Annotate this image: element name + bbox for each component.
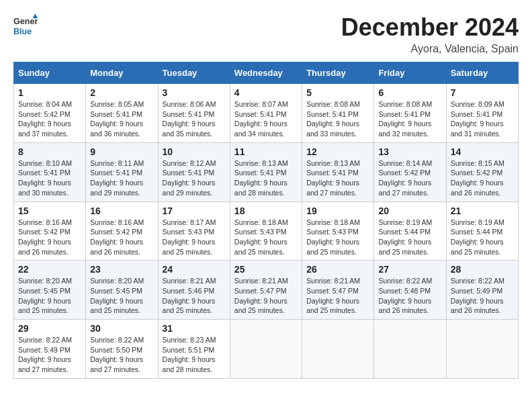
day-number: 20 bbox=[378, 205, 441, 216]
logo: General Blue bbox=[13, 13, 38, 38]
title-area: December 2024 Ayora, Valencia, Spain bbox=[341, 13, 519, 55]
day-info: Sunrise: 8:19 AM Sunset: 5:44 PM Dayligh… bbox=[378, 218, 441, 257]
day-number: 23 bbox=[90, 264, 153, 275]
table-row: 4 Sunrise: 8:07 AM Sunset: 5:41 PM Dayli… bbox=[230, 84, 302, 143]
day-number: 26 bbox=[306, 264, 369, 275]
day-number: 22 bbox=[18, 264, 81, 275]
svg-text:Blue: Blue bbox=[13, 27, 32, 36]
table-row bbox=[374, 320, 446, 379]
table-row bbox=[302, 320, 374, 379]
table-row: 10 Sunrise: 8:12 AM Sunset: 5:41 PM Dayl… bbox=[158, 142, 230, 201]
table-row: 19 Sunrise: 8:18 AM Sunset: 5:43 PM Dayl… bbox=[302, 201, 374, 261]
logo-icon: General Blue bbox=[13, 13, 38, 38]
day-number: 19 bbox=[306, 205, 369, 216]
header-monday: Monday bbox=[86, 62, 158, 84]
table-row: 3 Sunrise: 8:06 AM Sunset: 5:41 PM Dayli… bbox=[158, 84, 230, 143]
day-info: Sunrise: 8:23 AM Sunset: 5:51 PM Dayligh… bbox=[163, 335, 226, 375]
day-number: 28 bbox=[451, 264, 514, 275]
day-info: Sunrise: 8:18 AM Sunset: 5:43 PM Dayligh… bbox=[234, 218, 298, 257]
day-info: Sunrise: 8:22 AM Sunset: 5:49 PM Dayligh… bbox=[18, 335, 81, 375]
day-number: 18 bbox=[234, 205, 298, 216]
day-number: 4 bbox=[234, 87, 298, 98]
day-number: 5 bbox=[306, 87, 369, 98]
month-title: December 2024 bbox=[341, 13, 519, 42]
day-info: Sunrise: 8:16 AM Sunset: 5:42 PM Dayligh… bbox=[90, 218, 153, 257]
table-row: 30 Sunrise: 8:22 AM Sunset: 5:50 PM Dayl… bbox=[86, 320, 158, 379]
svg-text:General: General bbox=[13, 17, 38, 26]
table-row: 8 Sunrise: 8:10 AM Sunset: 5:41 PM Dayli… bbox=[14, 142, 86, 201]
table-row: 25 Sunrise: 8:21 AM Sunset: 5:47 PM Dayl… bbox=[230, 261, 302, 320]
table-row: 15 Sunrise: 8:16 AM Sunset: 5:42 PM Dayl… bbox=[14, 201, 86, 261]
day-info: Sunrise: 8:14 AM Sunset: 5:42 PM Dayligh… bbox=[378, 158, 441, 198]
day-info: Sunrise: 8:15 AM Sunset: 5:42 PM Dayligh… bbox=[451, 158, 514, 198]
day-number: 9 bbox=[90, 146, 153, 157]
page-header: General Blue December 2024 Ayora, Valenc… bbox=[13, 13, 519, 55]
location-title: Ayora, Valencia, Spain bbox=[341, 43, 519, 55]
day-info: Sunrise: 8:08 AM Sunset: 5:41 PM Dayligh… bbox=[306, 99, 369, 139]
day-info: Sunrise: 8:09 AM Sunset: 5:41 PM Dayligh… bbox=[451, 99, 514, 139]
table-row: 18 Sunrise: 8:18 AM Sunset: 5:43 PM Dayl… bbox=[230, 201, 302, 261]
day-number: 2 bbox=[90, 87, 153, 98]
header-wednesday: Wednesday bbox=[230, 62, 302, 84]
day-number: 7 bbox=[451, 87, 514, 98]
calendar-row: 15 Sunrise: 8:16 AM Sunset: 5:42 PM Dayl… bbox=[14, 201, 519, 261]
day-number: 30 bbox=[90, 323, 153, 334]
day-info: Sunrise: 8:18 AM Sunset: 5:43 PM Dayligh… bbox=[306, 218, 369, 257]
svg-marker-2 bbox=[33, 13, 38, 18]
calendar-row: 1 Sunrise: 8:04 AM Sunset: 5:42 PM Dayli… bbox=[14, 84, 519, 143]
table-row bbox=[230, 320, 302, 379]
day-info: Sunrise: 8:05 AM Sunset: 5:41 PM Dayligh… bbox=[90, 99, 153, 139]
table-row: 7 Sunrise: 8:09 AM Sunset: 5:41 PM Dayli… bbox=[446, 84, 518, 143]
day-info: Sunrise: 8:08 AM Sunset: 5:41 PM Dayligh… bbox=[378, 99, 441, 139]
calendar-row: 22 Sunrise: 8:20 AM Sunset: 5:45 PM Dayl… bbox=[14, 261, 519, 320]
table-row: 23 Sunrise: 8:20 AM Sunset: 5:45 PM Dayl… bbox=[86, 261, 158, 320]
day-info: Sunrise: 8:13 AM Sunset: 5:41 PM Dayligh… bbox=[306, 158, 369, 198]
day-number: 8 bbox=[18, 146, 81, 157]
day-info: Sunrise: 8:13 AM Sunset: 5:41 PM Dayligh… bbox=[234, 158, 298, 198]
day-number: 21 bbox=[451, 205, 514, 216]
table-row: 14 Sunrise: 8:15 AM Sunset: 5:42 PM Dayl… bbox=[446, 142, 518, 201]
header-tuesday: Tuesday bbox=[158, 62, 230, 84]
header-sunday: Sunday bbox=[14, 62, 86, 84]
day-info: Sunrise: 8:07 AM Sunset: 5:41 PM Dayligh… bbox=[234, 99, 298, 139]
calendar-row: 8 Sunrise: 8:10 AM Sunset: 5:41 PM Dayli… bbox=[14, 142, 519, 201]
day-info: Sunrise: 8:22 AM Sunset: 5:50 PM Dayligh… bbox=[90, 335, 153, 375]
day-number: 29 bbox=[18, 323, 81, 334]
table-row: 26 Sunrise: 8:21 AM Sunset: 5:47 PM Dayl… bbox=[302, 261, 374, 320]
table-row: 6 Sunrise: 8:08 AM Sunset: 5:41 PM Dayli… bbox=[374, 84, 446, 143]
table-row: 29 Sunrise: 8:22 AM Sunset: 5:49 PM Dayl… bbox=[14, 320, 86, 379]
table-row: 9 Sunrise: 8:11 AM Sunset: 5:41 PM Dayli… bbox=[86, 142, 158, 201]
day-info: Sunrise: 8:17 AM Sunset: 5:43 PM Dayligh… bbox=[163, 218, 226, 257]
day-info: Sunrise: 8:16 AM Sunset: 5:42 PM Dayligh… bbox=[18, 218, 81, 257]
day-info: Sunrise: 8:21 AM Sunset: 5:47 PM Dayligh… bbox=[234, 276, 298, 316]
day-info: Sunrise: 8:06 AM Sunset: 5:41 PM Dayligh… bbox=[163, 99, 226, 139]
day-number: 31 bbox=[163, 323, 226, 334]
calendar-table: Sunday Monday Tuesday Wednesday Thursday… bbox=[13, 62, 519, 379]
table-row: 17 Sunrise: 8:17 AM Sunset: 5:43 PM Dayl… bbox=[158, 201, 230, 261]
day-number: 15 bbox=[18, 205, 81, 216]
day-number: 16 bbox=[90, 205, 153, 216]
table-row: 12 Sunrise: 8:13 AM Sunset: 5:41 PM Dayl… bbox=[302, 142, 374, 201]
day-number: 12 bbox=[306, 146, 369, 157]
day-info: Sunrise: 8:11 AM Sunset: 5:41 PM Dayligh… bbox=[90, 158, 153, 198]
table-row: 22 Sunrise: 8:20 AM Sunset: 5:45 PM Dayl… bbox=[14, 261, 86, 320]
table-row: 28 Sunrise: 8:22 AM Sunset: 5:49 PM Dayl… bbox=[446, 261, 518, 320]
day-info: Sunrise: 8:12 AM Sunset: 5:41 PM Dayligh… bbox=[163, 158, 226, 198]
day-number: 14 bbox=[451, 146, 514, 157]
day-number: 13 bbox=[378, 146, 441, 157]
weekday-header-row: Sunday Monday Tuesday Wednesday Thursday… bbox=[14, 62, 519, 84]
table-row bbox=[446, 320, 518, 379]
table-row: 16 Sunrise: 8:16 AM Sunset: 5:42 PM Dayl… bbox=[86, 201, 158, 261]
table-row: 20 Sunrise: 8:19 AM Sunset: 5:44 PM Dayl… bbox=[374, 201, 446, 261]
day-number: 3 bbox=[163, 87, 226, 98]
day-number: 17 bbox=[163, 205, 226, 216]
table-row: 27 Sunrise: 8:22 AM Sunset: 5:48 PM Dayl… bbox=[374, 261, 446, 320]
table-row: 21 Sunrise: 8:19 AM Sunset: 5:44 PM Dayl… bbox=[446, 201, 518, 261]
table-row: 2 Sunrise: 8:05 AM Sunset: 5:41 PM Dayli… bbox=[86, 84, 158, 143]
header-thursday: Thursday bbox=[302, 62, 374, 84]
header-saturday: Saturday bbox=[446, 62, 518, 84]
day-number: 27 bbox=[378, 264, 441, 275]
day-number: 6 bbox=[378, 87, 441, 98]
table-row: 24 Sunrise: 8:21 AM Sunset: 5:46 PM Dayl… bbox=[158, 261, 230, 320]
table-row: 13 Sunrise: 8:14 AM Sunset: 5:42 PM Dayl… bbox=[374, 142, 446, 201]
